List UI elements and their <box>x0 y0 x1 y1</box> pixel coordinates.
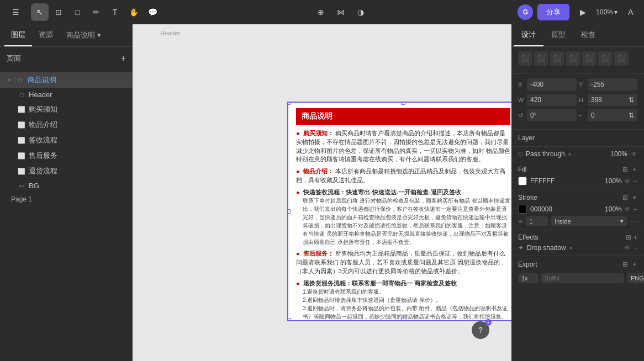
corner-field[interactable]: 0 ⇅ <box>588 109 637 121</box>
stroke-left[interactable]: 000000 <box>518 205 552 214</box>
effects-grid-icon[interactable]: ⊞ <box>626 233 631 241</box>
layer-item-商品说明[interactable]: ▼ □ 商品说明 <box>0 72 133 88</box>
w-field[interactable]: 420 <box>527 94 577 106</box>
fill-add-button[interactable]: + <box>631 164 637 174</box>
add-page-button[interactable]: + <box>121 54 126 63</box>
fill-visibility-icon[interactable]: 👁 <box>624 177 631 185</box>
frame-content[interactable]: 商品说明 ● 购买须知： 购买商品时请客户看清楚商品的介绍和描述，本店所有物品都… <box>287 102 511 321</box>
resize-handle-bm[interactable] <box>401 318 405 321</box>
h-field[interactable]: 398 ⇅ <box>588 94 637 106</box>
blend-mode-label[interactable]: Pass through <box>526 150 565 158</box>
resize-handle-ml[interactable] <box>287 209 291 214</box>
tab-layers[interactable]: 图层 <box>4 24 32 46</box>
distribute-button[interactable]: ⬛ <box>614 51 629 66</box>
bullet-3: ● <box>296 250 299 257</box>
stroke-add-button[interactable]: + <box>631 193 637 203</box>
layer-item-bg[interactable]: ▭ BG <box>0 179 133 193</box>
x-field[interactable]: -400 <box>527 78 577 91</box>
align-center-h-button[interactable]: ⬛ <box>534 51 548 66</box>
effects-section: Effects ⊞ + ✦ Drop shadow ▾ 👁 − <box>511 230 644 256</box>
align-bottom-button[interactable]: ⬛ <box>598 51 613 66</box>
align-left-button[interactable]: ⬛ <box>518 51 532 66</box>
align-right-button[interactable]: ⬛ <box>550 51 564 66</box>
export-header: Export ⊞ + <box>518 259 637 269</box>
layer-mode-dot <box>518 152 522 156</box>
stroke-color-swatch[interactable] <box>518 205 527 214</box>
align-middle-v-button[interactable]: ⬛ <box>582 51 597 66</box>
y-field[interactable]: -255 <box>588 78 637 91</box>
section-0: ● 购买须知： 购买商品时请客户看清楚商品的介绍和描述，本店所有物品都是实物拍摄… <box>296 129 510 164</box>
zoom-control[interactable]: 100% ▾ <box>596 8 617 16</box>
fill-remove-button[interactable]: − <box>633 177 637 185</box>
stroke-visibility-icon[interactable]: 👁 <box>624 205 631 213</box>
align-top-button[interactable]: ⬛ <box>566 51 580 66</box>
x-label: X <box>518 81 525 88</box>
play-button[interactable]: ▶ <box>574 3 592 21</box>
contrast-tool[interactable]: ◑ <box>352 3 369 21</box>
layer-item-购买须知[interactable]: ⬜ 购买须知 <box>0 102 133 117</box>
export-format-select[interactable]: PNG ▾ <box>627 273 644 283</box>
drop-shadow-remove-button[interactable]: − <box>633 243 637 252</box>
translate-button[interactable]: A <box>622 3 640 21</box>
layer-item-退货流程[interactable]: ⬜ 退货流程 <box>0 163 133 179</box>
tab-inspect[interactable]: 检查 <box>573 24 603 46</box>
drop-shadow-visibility-icon[interactable]: 👁 <box>624 244 631 252</box>
frame-tool[interactable]: ⊡ <box>50 3 67 21</box>
share-button[interactable]: 分享 <box>537 4 569 20</box>
menu-button[interactable]: ☰ <box>7 3 24 21</box>
stroke-grid-icon[interactable]: ⊞ <box>621 193 629 203</box>
drop-shadow-label[interactable]: Drop shadow <box>527 244 566 252</box>
frame-icon: □ <box>17 76 24 84</box>
layer-visibility-icon[interactable]: 👁 <box>631 150 637 158</box>
pen-tool[interactable]: ✏ <box>87 3 105 21</box>
opacity-value[interactable]: 100% <box>610 150 627 158</box>
tab-assets[interactable]: 资源 <box>32 24 60 46</box>
shape-tool[interactable]: □ <box>68 3 86 21</box>
resize-handle-tl[interactable] <box>287 102 291 105</box>
resize-handle-bl[interactable] <box>287 318 291 321</box>
hand-tool[interactable]: ✋ <box>125 3 142 21</box>
export-suffix-input[interactable] <box>541 273 624 283</box>
export-scale-input[interactable] <box>518 273 538 283</box>
fill-grid-icon[interactable]: ⊞ <box>621 164 629 174</box>
effects-icons: ⊞ + <box>626 233 637 241</box>
comment-tool[interactable]: 💬 <box>144 3 161 21</box>
stroke-type-select[interactable]: Inside ▾ <box>551 216 626 226</box>
section-2: ● 快递签收流程：快速寄出-快速送达-一开箱检查-退回及签收 联系下单付款后我们… <box>296 188 510 247</box>
layer-item-物品介绍[interactable]: ⬜ 物品介绍 <box>0 117 133 132</box>
tab-prototype[interactable]: 原型 <box>543 24 573 46</box>
export-grid-icon[interactable]: ⊞ <box>621 259 629 269</box>
pages-label: 页面 <box>7 54 21 63</box>
export-add-button[interactable]: + <box>631 259 637 269</box>
help-button[interactable]: ? + <box>472 321 489 339</box>
resize-handle-tm[interactable] <box>401 102 405 105</box>
tab-design[interactable]: 设计 <box>514 24 543 46</box>
stroke-weight-input[interactable] <box>526 216 548 226</box>
tab-page-dropdown[interactable]: 商品说明 ▾ <box>60 24 108 46</box>
layer-item-售后服务[interactable]: ⬜ 售后服务 <box>0 148 133 163</box>
right-sidebar: 设计 原型 检查 ⬛ ⬛ ⬛ ⬛ ⬛ ⬛ ⬛ X -400 Y <box>511 24 644 361</box>
fill-opacity-value[interactable]: 100% <box>605 177 622 185</box>
blend-mode-chevron[interactable]: ▾ <box>568 151 571 157</box>
page-item[interactable]: Page 1 <box>0 193 133 206</box>
pages-header: 页面 + <box>7 51 126 66</box>
rotation-field[interactable]: 0° <box>527 109 577 121</box>
position-section: X -400 Y -255 W 420 H 398 ⇅ <box>511 74 644 130</box>
stroke-remove-button[interactable]: − <box>633 205 637 214</box>
left-tabs: 图层 资源 商品说明 ▾ <box>0 24 133 47</box>
fill-color-swatch[interactable] <box>518 177 527 185</box>
stroke-options-button[interactable]: ··· <box>630 216 637 226</box>
layer-item-header[interactable]: □ Header <box>0 88 133 102</box>
grid-tool[interactable]: ⋈ <box>332 3 350 21</box>
heading-3: 售后服务： <box>303 250 334 257</box>
layer-item-签收流程[interactable]: ⬜ 签收流程 <box>0 132 133 148</box>
export-title: Export <box>518 261 537 268</box>
text-tool[interactable]: T <box>106 3 124 21</box>
component-tool[interactable]: ⊕ <box>312 3 330 21</box>
drop-shadow-chevron[interactable]: ▾ <box>569 245 572 251</box>
layer-name: 签收流程 <box>29 135 57 145</box>
effects-add-button[interactable]: + <box>634 233 637 241</box>
select-tool[interactable]: ↖ <box>31 3 49 21</box>
stroke-opacity-value[interactable]: 100% <box>605 205 622 213</box>
fill-left[interactable]: FFFFFF <box>518 177 555 185</box>
